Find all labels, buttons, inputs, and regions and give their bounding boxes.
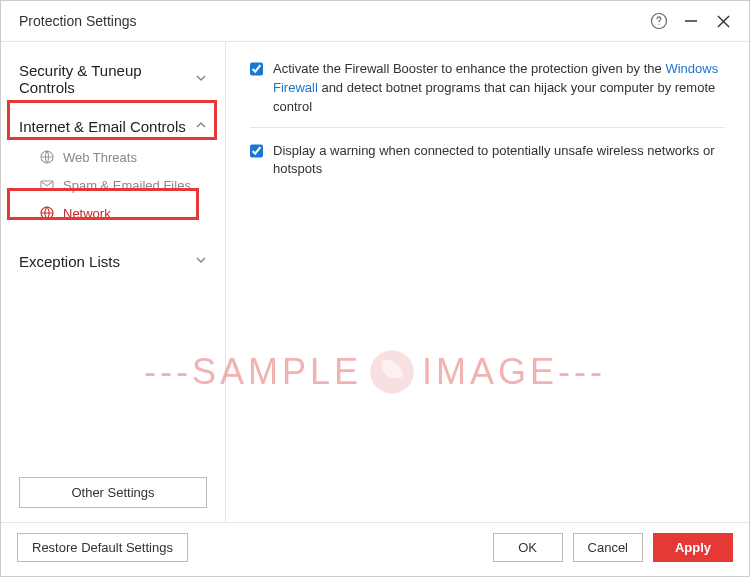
sidebar-sub-label: Network bbox=[63, 206, 111, 221]
main-panel: Activate the Firewall Booster to enhance… bbox=[226, 42, 749, 522]
option-text: Activate the Firewall Booster to enhance… bbox=[273, 60, 725, 117]
other-settings-button[interactable]: Other Settings bbox=[19, 477, 207, 508]
sidebar-item-security-tuneup[interactable]: Security & Tuneup Controls bbox=[1, 54, 225, 104]
bottom-bar: Restore Default Settings OK Cancel Apply bbox=[1, 522, 749, 572]
apply-button[interactable]: Apply bbox=[653, 533, 733, 562]
cancel-button[interactable]: Cancel bbox=[573, 533, 643, 562]
checkbox-firewall-booster[interactable] bbox=[250, 62, 263, 76]
sidebar-sub-label: Web Threats bbox=[63, 150, 137, 165]
checkbox-wifi-warning[interactable] bbox=[250, 144, 263, 158]
option-text: Display a warning when connected to pote… bbox=[273, 142, 725, 180]
svg-rect-6 bbox=[41, 181, 53, 189]
envelope-icon bbox=[39, 177, 55, 193]
chevron-down-icon bbox=[195, 254, 207, 269]
sidebar: Security & Tuneup Controls Internet & Em… bbox=[1, 42, 226, 522]
network-icon bbox=[39, 205, 55, 221]
help-icon[interactable] bbox=[647, 9, 671, 33]
sidebar-sub-network[interactable]: Network bbox=[1, 199, 225, 227]
minimize-icon[interactable] bbox=[679, 9, 703, 33]
titlebar: Protection Settings bbox=[1, 1, 749, 41]
restore-defaults-button[interactable]: Restore Default Settings bbox=[17, 533, 188, 562]
sidebar-sub-web-threats[interactable]: Web Threats bbox=[1, 143, 225, 171]
sidebar-item-exception-lists[interactable]: Exception Lists bbox=[1, 245, 225, 278]
close-icon[interactable] bbox=[711, 9, 735, 33]
chevron-up-icon bbox=[195, 119, 207, 134]
svg-point-1 bbox=[658, 24, 659, 25]
ok-button[interactable]: OK bbox=[493, 533, 563, 562]
sidebar-item-internet-email[interactable]: Internet & Email Controls bbox=[1, 110, 225, 143]
window-title: Protection Settings bbox=[19, 13, 639, 29]
globe-icon bbox=[39, 149, 55, 165]
sidebar-sub-spam[interactable]: Spam & Emailed Files bbox=[1, 171, 225, 199]
sidebar-item-label: Exception Lists bbox=[19, 253, 120, 270]
option-wifi-warning[interactable]: Display a warning when connected to pote… bbox=[250, 142, 725, 180]
sidebar-item-label: Security & Tuneup Controls bbox=[19, 62, 195, 96]
sidebar-sub-label: Spam & Emailed Files bbox=[63, 178, 191, 193]
sidebar-item-label: Internet & Email Controls bbox=[19, 118, 186, 135]
option-firewall-booster[interactable]: Activate the Firewall Booster to enhance… bbox=[250, 60, 725, 117]
chevron-down-icon bbox=[195, 72, 207, 87]
